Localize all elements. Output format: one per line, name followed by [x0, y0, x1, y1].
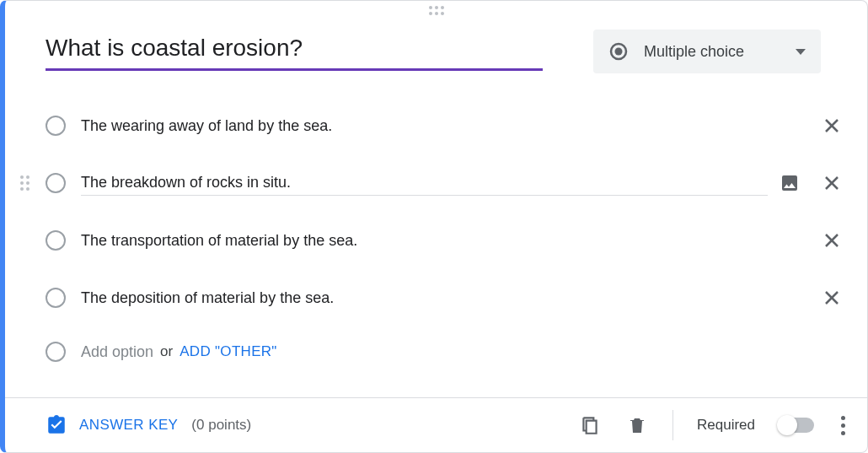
chevron-down-icon	[796, 49, 806, 55]
remove-option-button[interactable]	[820, 171, 844, 195]
question-type-label: Multiple choice	[644, 43, 780, 61]
add-other-button[interactable]: ADD "OTHER"	[179, 343, 277, 360]
card-drag-handle[interactable]	[429, 6, 444, 15]
remove-option-button[interactable]	[820, 229, 844, 252]
remove-option-button[interactable]	[820, 114, 844, 138]
svg-point-1	[615, 48, 623, 56]
question-footer: ANSWER KEY (0 points) Required	[5, 397, 867, 452]
more-options-button[interactable]	[838, 413, 849, 439]
add-image-icon[interactable]	[778, 171, 801, 195]
remove-option-button[interactable]	[820, 286, 844, 310]
or-text: or	[160, 343, 173, 360]
option-row	[46, 154, 844, 212]
delete-button[interactable]	[625, 413, 649, 437]
question-type-select[interactable]: Multiple choice	[593, 30, 821, 73]
add-option-button[interactable]: Add option	[81, 343, 153, 361]
option-text-input[interactable]	[81, 114, 768, 138]
options-list: Add option or ADD "OTHER"	[5, 73, 867, 377]
answer-key-points: (0 points)	[191, 417, 251, 434]
radio-icon	[46, 342, 66, 362]
required-toggle[interactable]	[779, 418, 814, 433]
footer-actions: Required	[578, 410, 849, 440]
question-card: Multiple choice	[0, 0, 868, 453]
question-title-input[interactable]	[46, 30, 543, 71]
answer-key-icon	[46, 414, 67, 436]
answer-key-button[interactable]: ANSWER KEY (0 points)	[46, 414, 251, 436]
add-option-row: Add option or ADD "OTHER"	[46, 326, 844, 377]
option-row	[46, 212, 844, 269]
option-text-input[interactable]	[81, 170, 768, 196]
radio-icon	[46, 116, 66, 136]
required-label: Required	[697, 417, 755, 434]
option-row	[46, 269, 844, 326]
radio-icon	[46, 288, 66, 308]
radio-icon	[46, 173, 66, 193]
option-drag-handle[interactable]	[20, 175, 29, 191]
divider	[672, 410, 673, 440]
radio-icon	[46, 230, 66, 251]
option-row	[46, 97, 844, 154]
multiple-choice-icon	[608, 41, 629, 62]
duplicate-button[interactable]	[578, 413, 602, 437]
option-text-input[interactable]	[81, 286, 768, 310]
answer-key-label: ANSWER KEY	[79, 417, 178, 434]
option-text-input[interactable]	[81, 229, 768, 253]
